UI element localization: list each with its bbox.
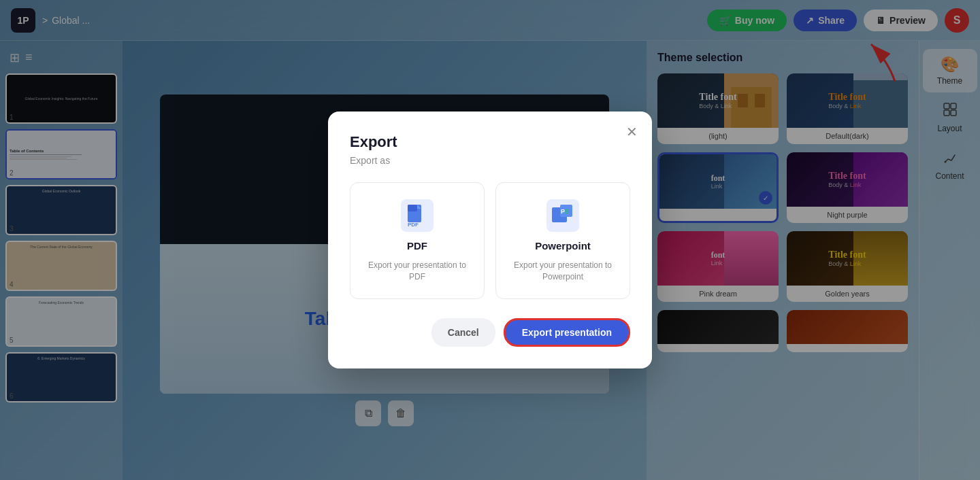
svg-text:E: E — [565, 208, 569, 215]
pdf-desc: Export your presentation to PDF — [361, 260, 473, 283]
svg-rect-7 — [408, 205, 417, 211]
modal-close-button[interactable]: ✕ — [622, 122, 641, 141]
ppt-icon: P E — [546, 199, 579, 232]
modal-title: Export — [350, 133, 630, 151]
svg-text:PDF: PDF — [408, 222, 419, 228]
modal-overlay: ✕ Export Export as PDF PDF Export your p… — [0, 0, 980, 480]
modal-subtitle: Export as — [350, 155, 630, 166]
modal-footer: Cancel Export presentation — [350, 318, 630, 347]
export-presentation-button[interactable]: Export presentation — [504, 318, 630, 347]
cancel-button[interactable]: Cancel — [431, 318, 495, 347]
pdf-label: PDF — [407, 240, 427, 252]
export-option-pdf[interactable]: PDF PDF Export your presentation to PDF — [350, 182, 485, 300]
export-option-ppt[interactable]: P E Powerpoint Export your presentation … — [495, 182, 630, 300]
export-options: PDF PDF Export your presentation to PDF … — [350, 182, 630, 300]
pdf-icon: PDF — [401, 199, 434, 232]
export-modal: ✕ Export Export as PDF PDF Export your p… — [328, 112, 652, 369]
ppt-desc: Export your presentation to Powerpoint — [507, 260, 619, 283]
ppt-label: Powerpoint — [535, 240, 591, 252]
